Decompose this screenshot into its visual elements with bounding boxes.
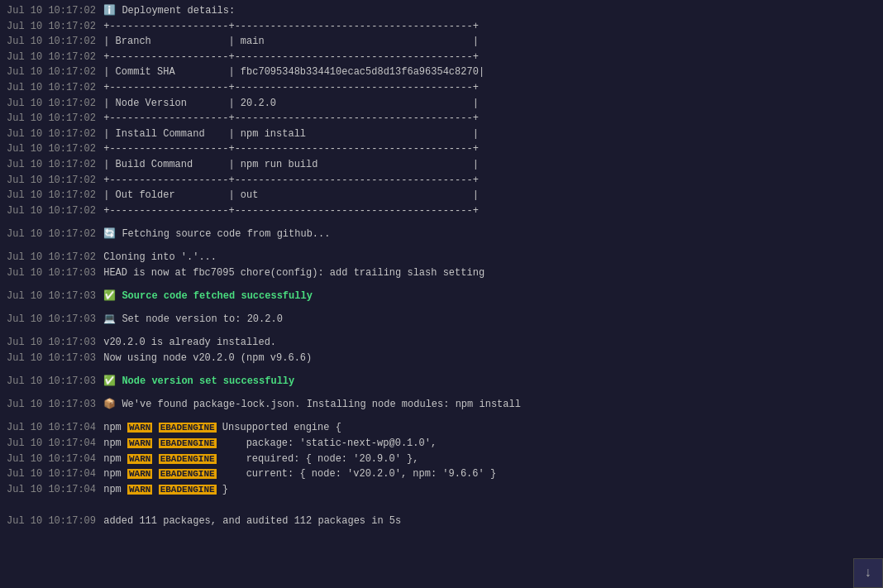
log-line: Jul 10 10:17:02 | Commit SHA | fbc709534… [0,65,866,80]
log-text: added 111 packages, and audited 112 pack… [98,514,401,529]
warn-badge: WARN [127,485,152,495]
log-line: Jul 10 10:17:02 +--------------------+--… [0,111,866,127]
warn-badge: WARN [127,454,152,464]
log-line [0,366,866,374]
log-text: | Install Command | npm install | [98,127,479,142]
log-timestamp: Jul 10 10:17:03 [7,265,98,281]
log-text: +--------------------+------------------… [98,173,479,189]
log-timestamp: Jul 10 10:17:02 [7,111,98,127]
log-text: +--------------------+------------------… [98,141,479,157]
log-timestamp: Jul 10 10:17:03 [7,289,98,304]
log-timestamp: Jul 10 10:17:02 [7,157,98,173]
log-line: Jul 10 10:17:02 | Out folder | out | [0,188,866,203]
log-line: Jul 10 10:17:02 | Build Command | npm ru… [0,157,866,173]
log-timestamp: Jul 10 10:17:03 [7,397,98,413]
log-text: +--------------------+------------------… [98,80,479,96]
log-line: Jul 10 10:17:02 ℹ️ Deployment details: [0,3,866,19]
log-line: Jul 10 10:17:04 npm WARN EBADENGINE } [0,482,866,498]
log-line [0,497,866,505]
log-timestamp: Jul 10 10:17:04 [7,466,98,482]
log-text: 💻 Set node version to: 20.2.0 [98,312,283,327]
ebadengine-badge: EBADENGINE [159,438,217,448]
log-line: Jul 10 10:17:02 | Install Command | npm … [0,127,866,142]
log-text: HEAD is now at fbc7095 chore(config): ad… [98,265,484,281]
log-timestamp: Jul 10 10:17:02 [7,173,98,189]
log-line: Jul 10 10:17:03 ✅ Node version set succe… [0,374,866,390]
log-timestamp: Jul 10 10:17:04 [7,452,98,467]
log-timestamp: Jul 10 10:17:02 [7,203,98,219]
log-timestamp: Jul 10 10:17:02 [7,96,98,112]
log-line: Jul 10 10:17:02 +--------------------+--… [0,50,866,65]
log-text: npm WARN EBADENGINE current: { node: 'v2… [98,466,496,482]
log-text: 🔄 Fetching source code from github... [98,227,330,242]
log-line: Jul 10 10:17:03 📦 We've found package-lo… [0,397,866,413]
log-timestamp: Jul 10 10:17:02 [7,250,98,265]
log-line: Jul 10 10:17:04 npm WARN EBADENGINE Unsu… [0,420,866,436]
log-line: Jul 10 10:17:02 | Branch | main | [0,34,866,50]
log-timestamp: Jul 10 10:17:04 [7,420,98,436]
log-line: Jul 10 10:17:02 +--------------------+--… [0,141,866,157]
log-timestamp: Jul 10 10:17:09 [7,514,98,529]
log-text: Cloning into '.'... [98,250,217,265]
log-text: npm WARN EBADENGINE Unsupported engine { [98,420,341,436]
scroll-down-icon: ↓ [864,566,872,581]
log-timestamp: Jul 10 10:17:02 [7,227,98,242]
log-text: | Commit SHA | fbc7095348b334410ecac5d8d… [98,65,484,80]
log-timestamp: Jul 10 10:17:03 [7,374,98,390]
log-line [0,413,866,421]
log-line: Jul 10 10:17:02 +--------------------+--… [0,19,866,35]
log-timestamp: Jul 10 10:17:02 [7,141,98,157]
ebadengine-badge: EBADENGINE [159,454,217,464]
log-line: Jul 10 10:17:03 v20.2.0 is already insta… [0,335,866,351]
log-timestamp: Jul 10 10:17:03 [7,312,98,327]
log-line: Jul 10 10:17:04 npm WARN EBADENGINE curr… [0,466,866,482]
log-timestamp: Jul 10 10:17:02 [7,65,98,80]
log-line: Jul 10 10:17:02 +--------------------+--… [0,203,866,219]
log-text: +--------------------+------------------… [98,50,479,65]
log-text: +--------------------+------------------… [98,111,479,127]
log-text: v20.2.0 is already installed. [98,335,276,351]
log-text: npm WARN EBADENGINE package: 'static-nex… [98,436,437,452]
log-timestamp: Jul 10 10:17:02 [7,127,98,142]
log-timestamp: Jul 10 10:17:02 [7,3,98,19]
warn-badge: WARN [127,423,152,433]
log-timestamp: Jul 10 10:17:04 [7,482,98,498]
ebadengine-badge: EBADENGINE [159,469,217,479]
log-line [0,304,866,312]
log-content[interactable]: Jul 10 10:17:02 ℹ️ Deployment details:Ju… [0,0,883,588]
log-text: +--------------------+------------------… [98,19,479,35]
log-text: ℹ️ Deployment details: [98,3,235,19]
log-timestamp: Jul 10 10:17:02 [7,50,98,65]
log-line: Jul 10 10:17:02 Cloning into '.'... [0,250,866,265]
terminal-container: Jul 10 10:17:02 ℹ️ Deployment details:Ju… [0,0,883,588]
log-text: | Node Version | 20.2.0 | [98,96,479,112]
log-line: Jul 10 10:17:03 Now using node v20.2.0 (… [0,351,866,366]
log-text: 📦 We've found package-lock.json. Install… [98,397,521,413]
log-line [0,280,866,289]
log-timestamp: Jul 10 10:17:03 [7,335,98,351]
log-text: ✅ Source code fetched successfully [98,289,313,304]
log-line [0,218,866,227]
log-line: Jul 10 10:17:02 🔄 Fetching source code f… [0,227,866,242]
log-line [0,242,866,251]
log-text: +--------------------+------------------… [98,203,479,219]
log-line: Jul 10 10:17:02 | Node Version | 20.2.0 … [0,96,866,112]
ebadengine-badge: EBADENGINE [159,485,217,495]
log-line: Jul 10 10:17:02 +--------------------+--… [0,173,866,189]
scroll-down-button[interactable]: ↓ [853,558,883,588]
log-line: Jul 10 10:17:04 npm WARN EBADENGINE requ… [0,452,866,467]
log-line [0,390,866,398]
log-timestamp: Jul 10 10:17:02 [7,19,98,35]
log-text: | Out folder | out | [98,188,479,203]
warn-badge: WARN [127,469,152,479]
log-timestamp: Jul 10 10:17:02 [7,188,98,203]
log-timestamp: Jul 10 10:17:02 [7,80,98,96]
log-timestamp: Jul 10 10:17:04 [7,436,98,452]
log-text: ✅ Node version set successfully [98,374,294,390]
log-text: | Build Command | npm run build | [98,157,479,173]
log-line: Jul 10 10:17:02 +--------------------+--… [0,80,866,96]
log-line: Jul 10 10:17:03 HEAD is now at fbc7095 c… [0,265,866,281]
log-line: Jul 10 10:17:03 ✅ Source code fetched su… [0,289,866,304]
log-line [0,505,866,514]
ebadengine-badge: EBADENGINE [159,423,217,433]
